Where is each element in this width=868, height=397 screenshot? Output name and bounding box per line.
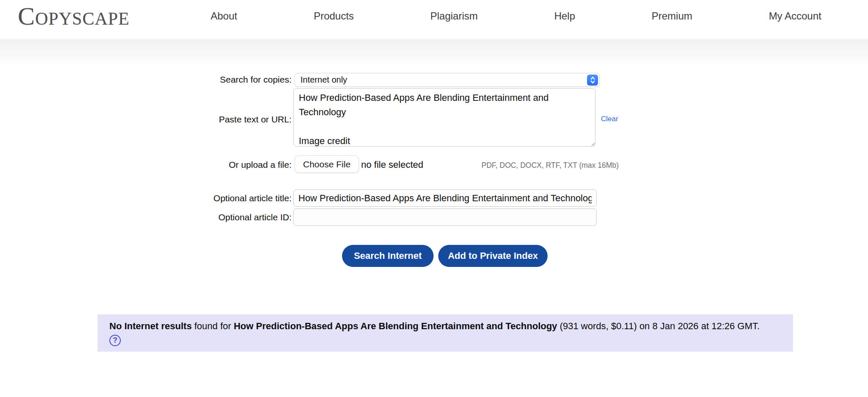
paste-text-input[interactable]: How Prediction-Based Apps Are Blending E…	[293, 88, 595, 147]
result-message: No Internet results found for How Predic…	[109, 319, 785, 333]
article-id-input[interactable]	[293, 208, 597, 226]
file-format-hint: PDF, DOC, DOCX, RTF, TXT (max 16Mb)	[481, 157, 619, 174]
nav-item-products[interactable]: Products	[314, 10, 354, 22]
result-article-title: How Prediction-Based Apps Are Blending E…	[234, 321, 557, 331]
search-internet-button[interactable]: Search Internet	[342, 245, 434, 267]
clear-link[interactable]: Clear	[601, 115, 618, 123]
search-result-bar: No Internet results found for How Predic…	[97, 314, 793, 352]
top-navigation-bar: Copyscape About Products Plagiarism Help…	[0, 0, 868, 39]
help-question-icon[interactable]: ?	[109, 335, 121, 346]
search-scope-selected-value: Internet only	[295, 75, 587, 85]
result-status: No Internet results	[109, 321, 192, 331]
upload-file-label: Or upload a file:	[0, 156, 292, 173]
article-title-label: Optional article title:	[0, 189, 292, 207]
search-for-copies-label: Search for copies:	[0, 73, 292, 86]
nav-item-premium[interactable]: Premium	[651, 10, 692, 22]
add-to-private-index-button[interactable]: Add to Private Index	[438, 245, 548, 267]
article-id-label: Optional article ID:	[0, 208, 292, 226]
nav-item-my-account[interactable]: My Account	[769, 10, 821, 22]
nav-item-about[interactable]: About	[211, 10, 237, 22]
choose-file-button[interactable]: Choose File	[295, 155, 359, 173]
copyscape-premium-page: Copyscape About Products Plagiarism Help…	[0, 0, 868, 397]
header-gradient-band	[0, 40, 868, 67]
file-selected-status: no file selected	[361, 156, 423, 173]
result-details: (931 words, $0.11) on 8 Jan 2026 at 12:2…	[557, 321, 760, 331]
main-nav: About Products Plagiarism Help Premium M…	[211, 0, 821, 32]
search-scope-select[interactable]: Internet only	[295, 73, 600, 87]
result-found-for: found for	[192, 321, 234, 331]
nav-item-help[interactable]: Help	[554, 10, 575, 22]
paste-text-label: Paste text or URL:	[0, 112, 292, 127]
copyscape-logo[interactable]: Copyscape	[18, 3, 130, 30]
nav-item-plagiarism[interactable]: Plagiarism	[430, 10, 478, 22]
article-title-input[interactable]	[293, 189, 597, 207]
select-stepper-icon	[587, 75, 598, 86]
